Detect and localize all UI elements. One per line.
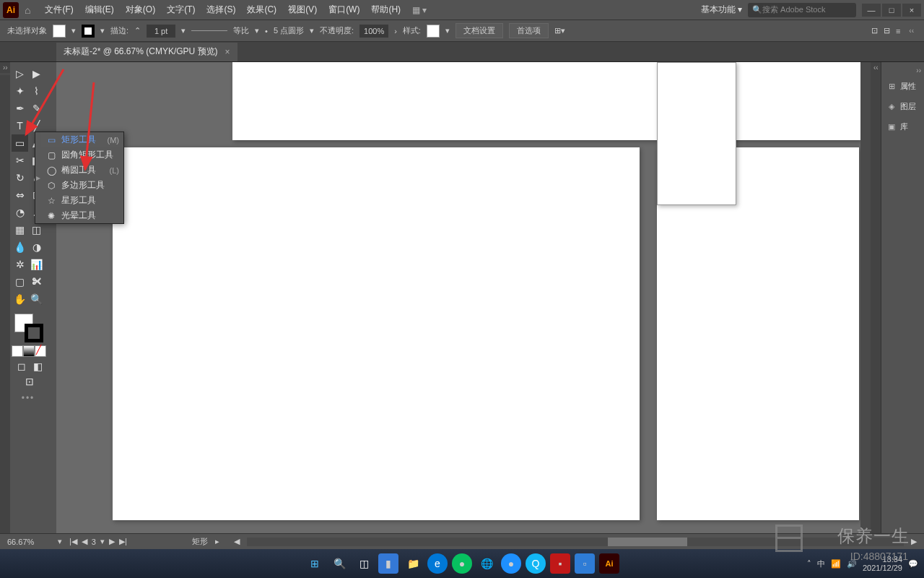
flyout-flare[interactable]: ✺光晕工具 (41, 208, 123, 223)
color-mode-none[interactable]: ╱ (35, 345, 46, 357)
vertical-scrollbar[interactable] (860, 62, 871, 533)
artboard-tool[interactable]: ▢ (12, 273, 28, 290)
flyout-rounded-rect[interactable]: ▢圆角矩形工具 (41, 147, 123, 163)
taskbar-search[interactable]: 🔍 (329, 553, 349, 574)
preferences-button[interactable]: 首选项 (509, 23, 549, 38)
arrange-icon[interactable]: ⊟ (884, 26, 890, 35)
color-mode-color[interactable] (12, 345, 23, 357)
file-explorer[interactable]: 📁 (403, 553, 423, 574)
flyout-polygon[interactable]: ⬡多边形工具 (41, 178, 123, 193)
menu-object[interactable]: 对象(O) (120, 1, 161, 19)
brush-label[interactable]: 5 点圆形 (274, 25, 304, 36)
menu-help[interactable]: 帮助(H) (365, 1, 406, 19)
taskbar-app-3[interactable]: ▪ (550, 553, 570, 574)
status-menu[interactable]: ▸ (215, 537, 219, 546)
start-button[interactable]: ⊞ (305, 553, 325, 574)
shape-builder-tool[interactable]: ◔ (12, 204, 28, 221)
home-icon[interactable]: ⌂ (25, 4, 30, 16)
network-icon[interactable]: 📶 (831, 559, 841, 569)
ime-indicator[interactable]: 中 (817, 558, 825, 569)
rectangle-tool[interactable]: ▭ (12, 134, 28, 152)
screen-mode[interactable]: ⊡ (12, 373, 48, 390)
rotate-tool[interactable]: ↻ (12, 169, 28, 186)
chrome-browser[interactable]: 🌐 (476, 553, 497, 574)
tray-expand[interactable]: ˄ (807, 559, 811, 569)
collapse-optbar[interactable]: ‹‹ (906, 25, 917, 36)
canvas[interactable] (56, 62, 871, 533)
prev-artboard[interactable]: ◀ (82, 537, 87, 546)
panel-libraries[interactable]: ▣库 (881, 116, 924, 137)
profile-drop[interactable]: ▾ (255, 26, 259, 35)
menu-type[interactable]: 文字(T) (161, 1, 201, 19)
last-artboard[interactable]: ▶| (119, 537, 127, 546)
curvature-tool[interactable]: ✎ (28, 100, 45, 117)
collapse-tools[interactable]: ›› (0, 62, 10, 73)
tearoff-handle[interactable]: ▸ (35, 132, 41, 223)
type-tool[interactable]: T (12, 117, 28, 134)
clock-date[interactable]: 2021/12/29 (863, 564, 902, 572)
menu-select[interactable]: 选择(S) (201, 1, 241, 19)
edge-browser[interactable]: e (427, 553, 448, 574)
horizontal-scrollbar[interactable] (247, 538, 904, 546)
shaper-tool[interactable]: ✂ (12, 152, 28, 169)
hscroll-left[interactable]: ◀ (234, 537, 240, 546)
direct-selection-tool[interactable]: ▶ (28, 65, 45, 82)
artboard-number[interactable]: 3 (92, 538, 96, 546)
artboard-3[interactable] (113, 147, 640, 520)
color-mode-gradient[interactable] (23, 345, 35, 357)
collapse-panels[interactable]: ‹‹ (871, 62, 881, 73)
menu-view[interactable]: 视图(V) (282, 1, 323, 19)
artboard-2[interactable] (657, 62, 736, 205)
menu-window[interactable]: 窗口(W) (323, 1, 365, 19)
draw-behind[interactable]: ◧ (30, 360, 45, 373)
slice-tool[interactable]: ✀ (28, 273, 45, 290)
window-close[interactable]: × (902, 4, 921, 17)
flyout-star[interactable]: ☆星形工具 (41, 193, 123, 208)
document-tab[interactable]: 未标题-2* @ 66.67% (CMYK/GPU 预览) × (56, 43, 237, 61)
graph-tool[interactable]: 📊 (28, 256, 45, 273)
align-icon[interactable]: ⊞▾ (554, 26, 565, 35)
doc-setup-button[interactable]: 文档设置 (456, 23, 503, 38)
stroke-color[interactable] (25, 324, 43, 342)
stroke-swatch[interactable] (82, 25, 95, 38)
opacity-input[interactable] (359, 25, 388, 38)
opacity-drop[interactable]: › (394, 27, 397, 35)
zoom-level[interactable]: 66.67% (7, 538, 51, 546)
lasso-tool[interactable]: ⌇ (28, 82, 45, 100)
task-view[interactable]: ◫ (354, 553, 374, 574)
draw-normal[interactable]: ◻ (14, 360, 29, 373)
flyout-ellipse[interactable]: ◯椭圆工具(L) (41, 163, 123, 178)
taskbar-app-4[interactable]: ▫ (575, 553, 595, 574)
stroke-weight-input[interactable] (147, 25, 175, 38)
taskbar-app-1[interactable]: ▮ (378, 553, 398, 574)
profile-swatch[interactable] (191, 30, 227, 31)
mesh-tool[interactable]: ▦ (12, 221, 28, 238)
zoom-drop[interactable]: ▾ (58, 537, 62, 546)
expand-panels-icon[interactable]: ›› (881, 65, 924, 76)
taskbar-app-2[interactable]: ● (501, 553, 521, 574)
pen-tool[interactable]: ✒ (12, 100, 28, 117)
menu-file[interactable]: 文件(F) (39, 1, 79, 19)
hand-tool[interactable]: ✋ (12, 290, 28, 308)
window-minimize[interactable]: — (862, 4, 881, 17)
panel-properties[interactable]: ⊞属性 (881, 76, 924, 96)
selection-tool[interactable]: ▷ (12, 65, 28, 82)
transform-icon[interactable]: ⊡ (871, 26, 878, 35)
artboard-drop[interactable]: ▾ (100, 537, 105, 546)
style-swatch[interactable] (427, 25, 440, 38)
stock-search[interactable]: 🔍 搜索 Adobe Stock (748, 3, 856, 17)
wechat[interactable]: ● (452, 553, 472, 574)
fill-swatch[interactable] (53, 25, 66, 38)
options-menu-icon[interactable]: ≡ (896, 27, 900, 35)
next-artboard[interactable]: ▶ (109, 537, 115, 546)
fill-stroke-control[interactable] (12, 312, 48, 344)
menu-edit[interactable]: 编辑(E) (79, 1, 120, 19)
stroke-dropdown[interactable]: ▾ (100, 26, 105, 35)
arrange-docs-icon[interactable]: ▦ ▾ (412, 5, 427, 15)
stroke-stepper-down[interactable]: ⌃ (134, 26, 141, 35)
window-maximize[interactable]: □ (882, 4, 901, 17)
hscroll-right[interactable]: ▶ (911, 537, 917, 546)
magic-wand-tool[interactable]: ✦ (12, 82, 28, 100)
flyout-rectangle[interactable]: ▭矩形工具(M) (41, 132, 123, 147)
notifications[interactable]: 💬 (908, 559, 918, 569)
